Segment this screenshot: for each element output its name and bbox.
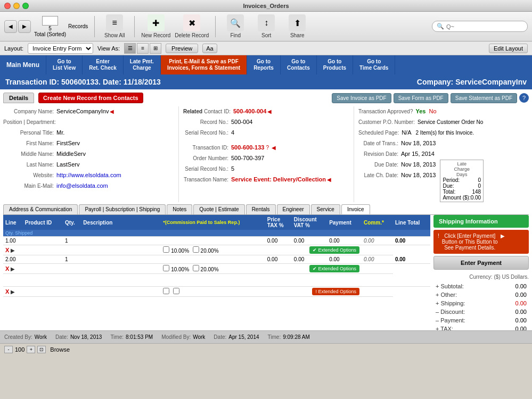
middle-name-value[interactable]: MiddleServ bbox=[56, 151, 86, 157]
yes-no-toggle[interactable]: Yes No bbox=[415, 108, 436, 114]
customer-po-value[interactable]: Service Customer Order No bbox=[418, 119, 483, 125]
tab-quote[interactable]: Quote | Estimate bbox=[193, 204, 244, 214]
nav-main-menu[interactable]: Main Menu bbox=[0, 55, 46, 74]
row3-vat-checkbox[interactable] bbox=[173, 288, 179, 294]
row1-vat-checkbox[interactable] bbox=[193, 246, 199, 253]
no-label[interactable]: No bbox=[429, 108, 436, 114]
row2-price[interactable]: 0.00 bbox=[265, 255, 292, 264]
preview-button[interactable]: Preview bbox=[166, 44, 198, 53]
late-due-value[interactable]: 0 bbox=[478, 183, 481, 189]
row2-tax-checkbox[interactable] bbox=[163, 265, 169, 271]
revision-date-value[interactable]: Apr 15, 2014 bbox=[401, 151, 435, 157]
edit-layout-button[interactable]: Edit Layout bbox=[489, 44, 528, 53]
website-value[interactable]: http://www.elsoldata.com bbox=[56, 172, 121, 178]
window-controls[interactable] bbox=[4, 3, 29, 9]
serial-record-value[interactable]: 4 bbox=[231, 129, 234, 136]
due-date-value[interactable]: Nov 18, 2013 bbox=[401, 161, 436, 168]
nav-list-view[interactable]: Go toList View bbox=[46, 55, 83, 74]
contact-id-value[interactable]: 500-400-004 bbox=[233, 108, 266, 114]
minimize-button[interactable] bbox=[13, 3, 20, 9]
layout-select[interactable]: Invoice Entry Form bbox=[28, 43, 93, 54]
zoom-in-button[interactable]: + bbox=[27, 346, 35, 353]
shipping-info-button[interactable]: Shipping Information bbox=[433, 215, 529, 228]
row2-qty[interactable]: 1 bbox=[63, 255, 81, 264]
row3-delete-button[interactable]: X bbox=[5, 288, 9, 295]
forward-button[interactable]: ▶ bbox=[18, 20, 31, 33]
new-record-from-contacts-button[interactable]: Create New Record from Contacts bbox=[38, 93, 143, 103]
new-record-button[interactable]: ✚ New Record bbox=[141, 14, 170, 38]
row1-payment[interactable]: 0.00 bbox=[327, 237, 362, 245]
trans-id-value[interactable]: 500-600-133 bbox=[231, 144, 264, 151]
show-all-button[interactable]: ≡ Show All bbox=[101, 14, 128, 38]
tab-invoice[interactable]: Invoice bbox=[341, 204, 370, 214]
share-button[interactable]: ⬆ Share bbox=[284, 14, 310, 38]
help-button[interactable]: ? bbox=[519, 93, 529, 103]
find-button[interactable]: 🔍 Find bbox=[222, 14, 249, 38]
row3-play-button[interactable]: ▶ bbox=[11, 289, 15, 295]
save-statement-pdf-button[interactable]: Save Statement as PDF bbox=[451, 93, 517, 103]
nav-reports[interactable]: Go toReports bbox=[247, 55, 281, 74]
nav-ret-check[interactable]: EnterRet. Check bbox=[83, 55, 124, 74]
row1-tax-checkbox[interactable] bbox=[163, 246, 169, 253]
trans-name-value[interactable]: Service Event: Delivery/Collection bbox=[231, 176, 326, 182]
maximize-button[interactable] bbox=[22, 3, 29, 9]
record-number-input[interactable]: 5 bbox=[42, 16, 58, 26]
form-view-button[interactable]: ☰ bbox=[124, 43, 136, 54]
resize-button[interactable]: ⊡ bbox=[37, 346, 46, 353]
last-name-value[interactable]: LastServ bbox=[56, 161, 79, 168]
tab-rentals[interactable]: Rentals bbox=[246, 204, 276, 214]
search-input[interactable] bbox=[446, 23, 523, 30]
row2-description[interactable] bbox=[81, 255, 161, 264]
table-view-button[interactable]: ⊞ bbox=[150, 43, 161, 54]
late-total-value[interactable]: 148 bbox=[472, 189, 481, 195]
row1-play-button[interactable]: ▶ bbox=[11, 247, 15, 253]
late-period-value[interactable]: 0 bbox=[478, 177, 481, 183]
row2-commission[interactable] bbox=[161, 255, 265, 264]
enter-payment-button[interactable]: Enter Payment bbox=[433, 256, 529, 270]
first-name-value[interactable]: FirstServ bbox=[56, 140, 80, 146]
tab-service[interactable]: Service bbox=[311, 204, 340, 214]
nav-time-cards[interactable]: Go toTime Cards bbox=[353, 55, 395, 74]
row1-qty[interactable]: 1 bbox=[63, 237, 81, 245]
row1-discount[interactable]: 0.00 bbox=[292, 237, 327, 245]
row2-extended-options-button[interactable]: ✔ Extended Options bbox=[309, 265, 359, 272]
row1-commission[interactable] bbox=[161, 237, 265, 245]
late-ch-value[interactable]: Nov 18, 2013 bbox=[401, 172, 436, 178]
row1-delete-button[interactable]: X bbox=[5, 247, 9, 253]
late-amount-value[interactable]: 0.00 bbox=[471, 195, 481, 201]
row2-discount[interactable]: 0.00 bbox=[292, 255, 327, 264]
tab-notes[interactable]: Notes bbox=[167, 204, 192, 214]
back-button[interactable]: ◀ bbox=[4, 20, 17, 33]
order-number-value[interactable]: 500-700-397 bbox=[231, 155, 264, 161]
serial-record2-value[interactable]: 5 bbox=[231, 165, 234, 172]
save-form-pdf-button[interactable]: Save Form as PDF bbox=[394, 93, 448, 103]
email-value[interactable]: info@elsoldata.com bbox=[56, 182, 108, 189]
yes-label[interactable]: Yes bbox=[415, 108, 425, 114]
date-trans-value[interactable]: Nov 18, 2013 bbox=[401, 140, 436, 146]
row3-extended-options-button[interactable]: ! Extended Options bbox=[312, 288, 359, 295]
row1-extended-options-button[interactable]: ✔ Extended Options bbox=[309, 246, 359, 254]
tab-address[interactable]: Address & Communication bbox=[3, 204, 78, 214]
record-no-value[interactable]: 500-004 bbox=[231, 119, 252, 125]
row1-description[interactable] bbox=[81, 237, 161, 245]
row2-play-button[interactable]: ▶ bbox=[11, 266, 15, 272]
zoom-out-button[interactable]: - bbox=[4, 346, 13, 353]
row2-payment[interactable]: 0.00 bbox=[327, 255, 362, 264]
close-button[interactable] bbox=[4, 3, 11, 9]
delete-record-button[interactable]: ✖ Delete Record bbox=[175, 14, 209, 38]
nav-products[interactable]: Go toProducts bbox=[317, 55, 353, 74]
payment-warning-button[interactable]: ! Click [Enter Payment] Button or This B… bbox=[433, 230, 529, 254]
nav-print-email[interactable]: Print, E-Mail & Save as PDFInvoices, For… bbox=[161, 55, 247, 74]
list-view-button[interactable]: ≡ bbox=[137, 43, 149, 54]
tab-payroll[interactable]: Payroll | Subscription | Shipping bbox=[79, 204, 166, 214]
row1-comm[interactable]: 0.00 bbox=[362, 237, 393, 245]
tab-engineer[interactable]: Engineer bbox=[277, 204, 310, 214]
aa-button[interactable]: Aa bbox=[202, 44, 217, 53]
details-tab[interactable]: Details bbox=[3, 93, 34, 103]
row1-product-id[interactable] bbox=[23, 237, 63, 245]
row2-delete-button[interactable]: X bbox=[5, 265, 9, 272]
scheduled-page-value[interactable]: N/A bbox=[402, 129, 411, 136]
company-name-value[interactable]: ServiceCompanyInv bbox=[56, 108, 109, 114]
sort-button[interactable]: ↕ Sort bbox=[253, 14, 280, 38]
row3-tax-checkbox[interactable] bbox=[163, 288, 169, 294]
